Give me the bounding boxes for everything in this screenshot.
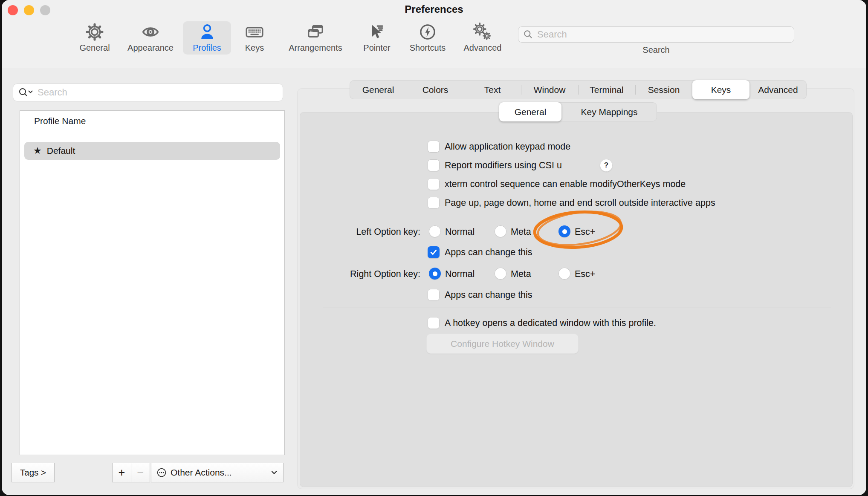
tab-colors[interactable]: Colors xyxy=(407,80,464,99)
divider xyxy=(323,215,831,215)
tab-session[interactable]: Session xyxy=(635,80,692,99)
profile-search-field[interactable] xyxy=(13,84,283,101)
checkbox-hotkey-window[interactable] xyxy=(428,317,440,329)
toolbar-label: Arrangements xyxy=(289,43,342,53)
toolbar-label: Profiles xyxy=(193,43,221,53)
profile-list-header: Profile Name xyxy=(20,111,284,131)
toolbar-label: Advanced xyxy=(464,43,502,53)
toolbar-label: Keys xyxy=(245,43,264,53)
checkbox-label: Page up, page down, home and end scroll … xyxy=(445,197,715,209)
radio-label: Esc+ xyxy=(575,226,595,238)
toolbar-item-keys[interactable]: Keys xyxy=(237,21,272,55)
checkbox-left-apps-can-change[interactable] xyxy=(428,246,440,258)
checkbox-label: Report modifiers using CSI u xyxy=(445,159,562,171)
toolbar-item-shortcuts[interactable]: Shortcuts xyxy=(402,21,454,55)
bolt-circle-icon xyxy=(418,21,437,43)
other-actions-label: Other Actions... xyxy=(171,467,232,478)
radio-right-esc[interactable] xyxy=(558,268,570,280)
tab-terminal[interactable]: Terminal xyxy=(578,80,635,99)
toolbar-item-advanced[interactable]: Advanced xyxy=(459,21,506,55)
keyboard-icon xyxy=(245,21,264,43)
subtab-general[interactable]: General xyxy=(499,102,561,121)
radio-left-meta[interactable] xyxy=(495,225,506,237)
eye-icon xyxy=(141,21,160,43)
checkbox-scroll-outside-apps[interactable] xyxy=(428,197,440,209)
configure-hotkey-window-button[interactable]: Configure Hotkey Window xyxy=(426,334,579,354)
toolbar-label: Shortcuts xyxy=(410,43,446,53)
checkbox-csi-u[interactable] xyxy=(428,159,440,171)
tab-text[interactable]: Text xyxy=(464,80,521,99)
toolbar-search-caption: Search xyxy=(518,45,794,55)
divider xyxy=(323,308,831,308)
check-icon xyxy=(429,248,438,257)
profile-tabbar: General Colors Text Window Terminal Sess… xyxy=(350,80,807,99)
radio-label: Meta xyxy=(511,268,531,280)
star-icon: ★ xyxy=(33,142,42,160)
checkbox-label: A hotkey opens a dedicated window with t… xyxy=(445,317,656,329)
tab-keys[interactable]: Keys xyxy=(692,80,749,99)
magnifier-scope-icon xyxy=(18,87,34,98)
preferences-window: Preferences General xyxy=(2,0,866,495)
person-icon xyxy=(198,21,217,43)
radio-right-normal[interactable] xyxy=(429,268,441,280)
profile-list: Profile Name ★ Default xyxy=(20,111,284,455)
checkbox-label: Apps can change this xyxy=(445,289,532,301)
remove-profile-button[interactable]: − xyxy=(131,463,150,482)
right-option-key-label: Right Option key: xyxy=(300,268,420,280)
checkbox-label: Apps can change this xyxy=(445,246,532,258)
profile-name: Default xyxy=(47,146,75,156)
toolbar-item-profiles[interactable]: Profiles xyxy=(183,21,231,55)
toolbar-label: Appearance xyxy=(127,43,174,53)
keys-tab-panel xyxy=(300,112,853,487)
radio-left-normal[interactable] xyxy=(429,225,441,237)
tab-advanced[interactable]: Advanced xyxy=(749,80,807,99)
radio-label: Meta xyxy=(511,226,531,238)
chevron-down-icon xyxy=(270,468,278,477)
toolbar-search-input[interactable] xyxy=(534,29,794,40)
radio-left-esc[interactable] xyxy=(558,225,570,237)
tab-general[interactable]: General xyxy=(350,80,407,99)
cursor-icon xyxy=(367,21,386,43)
radio-label: Esc+ xyxy=(575,268,595,280)
minimize-button[interactable] xyxy=(24,5,34,15)
circled-ellipsis-icon xyxy=(156,467,167,478)
subtab-key-mappings[interactable]: Key Mappings xyxy=(561,102,657,121)
gear-icon xyxy=(85,21,104,43)
toolbar-item-pointer[interactable]: Pointer xyxy=(356,21,398,55)
left-option-key-label: Left Option key: xyxy=(300,226,420,238)
radio-right-meta[interactable] xyxy=(495,268,506,280)
add-profile-button[interactable]: + xyxy=(112,463,131,482)
keys-subtabbar: General Key Mappings xyxy=(499,102,657,121)
toolbar-label: General xyxy=(79,43,110,53)
windows-icon xyxy=(306,21,325,43)
checkbox-right-apps-can-change[interactable] xyxy=(428,289,440,301)
window-title: Preferences xyxy=(2,3,866,15)
radio-label: Normal xyxy=(445,226,475,238)
checkbox-label: Allow application keypad mode xyxy=(445,141,570,153)
other-actions-dropdown[interactable]: Other Actions... xyxy=(151,463,284,482)
close-button[interactable] xyxy=(8,5,18,15)
toolbar-item-arrangements[interactable]: Arrangements xyxy=(281,21,350,55)
help-button[interactable]: ? xyxy=(600,159,613,172)
toolbar-item-general[interactable]: General xyxy=(73,21,116,55)
checkbox-modify-other-keys[interactable] xyxy=(428,178,440,190)
checkbox-keypad-mode[interactable] xyxy=(428,141,440,153)
toolbar-label: Pointer xyxy=(363,43,390,53)
magnifier-icon xyxy=(523,29,534,40)
zoom-button[interactable] xyxy=(40,5,50,15)
gears-icon xyxy=(473,21,492,43)
profile-search-input[interactable] xyxy=(34,87,283,98)
radio-label: Normal xyxy=(445,268,475,280)
profile-row-default[interactable]: ★ Default xyxy=(24,142,280,160)
tags-button[interactable]: Tags > xyxy=(12,463,55,482)
tab-window[interactable]: Window xyxy=(521,80,578,99)
checkbox-label: xterm control sequence can enable modify… xyxy=(445,178,686,190)
toolbar-item-appearance[interactable]: Appearance xyxy=(121,21,180,55)
toolbar-search: Search xyxy=(518,26,794,55)
toolbar-search-field[interactable] xyxy=(518,26,794,43)
